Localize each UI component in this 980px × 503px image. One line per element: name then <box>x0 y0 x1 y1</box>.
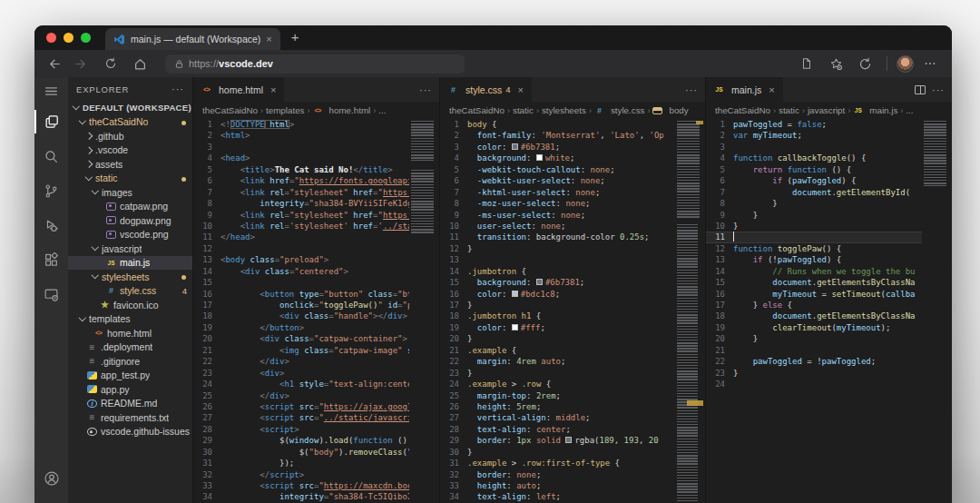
reload-icon[interactable] <box>98 57 123 70</box>
tree-item-vscode-png[interactable]: vscode.png <box>68 228 192 242</box>
breadcrumb-item-[interactable]: ... <box>378 105 386 115</box>
line-number: 2 <box>193 130 220 141</box>
breadcrumb-item-thecatsaidno[interactable]: theCatSaidNo <box>202 105 258 115</box>
breadcrumb-item-home-html[interactable]: <>home.html <box>312 105 370 115</box>
line-content: <div class="catpaw-container"> <box>220 333 439 344</box>
tree-item-vscode[interactable]: .vscode <box>68 143 192 158</box>
new-tab-button[interactable]: + <box>291 29 299 44</box>
browser-tab[interactable]: main.js — default (Workspace) × <box>105 28 280 50</box>
close-tab-icon[interactable]: × <box>266 34 271 44</box>
tree-item-deployment[interactable]: ≡.deployment <box>68 340 192 355</box>
tree-item-style-css[interactable]: #style.css4 <box>68 284 192 299</box>
line-number: 23 <box>706 368 733 379</box>
favorites-settings-icon[interactable] <box>823 57 848 71</box>
forward-icon[interactable] <box>67 57 93 71</box>
code-editor[interactable]: 1body {2 font-family: 'Montserrat', 'Lat… <box>440 119 705 503</box>
avatar[interactable] <box>897 55 914 73</box>
line-number: 8 <box>440 198 467 209</box>
minimap[interactable] <box>675 119 705 503</box>
line-number: 1 <box>193 119 220 130</box>
line-number: 29 <box>440 435 467 446</box>
breadcrumb-item-static[interactable]: static <box>779 105 799 115</box>
activitybar-menu-icon[interactable] <box>34 77 68 104</box>
code-editor[interactable]: 1pawToggled = false;2var myTimeout;34fun… <box>706 119 952 503</box>
more-actions-icon[interactable]: ··· <box>419 84 432 95</box>
explorer-tree: DEFAULT (WORKSPACE)theCatSaidNo.github.v… <box>68 101 192 503</box>
more-actions-icon[interactable]: ··· <box>932 84 945 95</box>
code-line: 16 <button type="button" class="btn <box>193 289 439 300</box>
activitybar-explorer-icon[interactable] <box>34 104 68 139</box>
line-number: 9 <box>193 210 220 221</box>
line-content: color: #6b7381; <box>467 142 705 153</box>
tree-item-app-test-py[interactable]: app_test.py <box>68 369 192 383</box>
url-host: vscode.dev <box>219 58 273 69</box>
tree-item-default-workspace[interactable]: DEFAULT (WORKSPACE) <box>68 101 192 115</box>
line-number: 32 <box>193 469 220 480</box>
breadcrumb-item-thecatsaidno[interactable]: theCatSaidNo <box>449 105 505 115</box>
tree-item-home-html[interactable]: <>home.html <box>68 326 192 340</box>
split-editor-icon[interactable] <box>915 85 926 94</box>
tree-item-gitignore[interactable]: ≡.gitignore <box>68 354 192 369</box>
css-icon: # <box>448 84 458 94</box>
close-tab-icon[interactable]: × <box>769 84 774 95</box>
code-line: 24 <h1 style="text-align:center" <box>193 379 439 390</box>
tree-item-main-js[interactable]: JSmain.js <box>68 256 192 271</box>
tree-item-requirements-txt[interactable]: ≡requirements.txt <box>68 410 192 425</box>
close-tab-icon[interactable]: × <box>518 84 524 95</box>
editor-tab-main-js[interactable]: JSmain.js× <box>706 77 783 102</box>
tree-item-templates[interactable]: templates <box>68 312 192 327</box>
tree-item-thecatsaidno[interactable]: theCatSaidNo <box>68 115 192 130</box>
tree-item-catpaw-png[interactable]: catpaw.png <box>68 200 192 214</box>
breadcrumb: theCatSaidNo›templates›<>home.html›... <box>193 102 439 119</box>
activitybar-source-control-icon[interactable] <box>34 173 68 208</box>
breadcrumb-item-main-js[interactable]: JSmain.js <box>853 105 897 115</box>
tree-item-label: images <box>102 187 132 198</box>
code-editor[interactable]: 1<!DOCTYPE html>2<html>34<head>5 <title>… <box>193 119 439 503</box>
tree-item-readme-md[interactable]: iREADME.md <box>68 397 192 411</box>
tree-item-dogpaw-png[interactable]: dogpaw.png <box>68 213 192 228</box>
browser-menu-icon[interactable] <box>917 57 943 70</box>
more-actions-icon[interactable]: ··· <box>685 84 698 95</box>
close-tab-icon[interactable]: × <box>270 84 276 95</box>
minimize-window-button[interactable] <box>64 33 74 43</box>
tree-item-javascript[interactable]: javascript <box>68 242 192 256</box>
code-line: 14 <div class="centered"> <box>193 266 439 277</box>
code-line: 14 // Runs when we toggle the bu <box>706 266 952 277</box>
breadcrumb-item-style-css[interactable]: #style.css <box>594 105 645 115</box>
breadcrumb-item-stylesheets[interactable]: stylesheets <box>542 105 586 115</box>
tree-item-static[interactable]: static <box>68 172 192 186</box>
breadcrumb-item-templates[interactable]: templates <box>266 105 304 115</box>
tree-item-github[interactable]: .github <box>68 129 192 143</box>
reading-mode-icon[interactable] <box>794 57 819 70</box>
url-bar[interactable]: https://vscode.dev <box>165 54 465 74</box>
explorer-more-icon[interactable]: ··· <box>172 84 184 94</box>
list-icon: ≡ <box>87 356 97 366</box>
tree-item-favicon-ico[interactable]: ★favicon.ico <box>68 298 192 312</box>
breadcrumb-item-body[interactable]: body <box>652 105 688 115</box>
breadcrumb-item-javascript[interactable]: javascript <box>808 105 845 115</box>
close-window-button[interactable] <box>46 33 56 43</box>
activitybar-account-icon[interactable] <box>34 461 68 496</box>
tree-item-stylesheets[interactable]: stylesheets <box>68 270 192 284</box>
activitybar-search-icon[interactable] <box>34 139 68 173</box>
profile-sync-icon[interactable] <box>852 57 877 71</box>
activitybar-extensions-icon[interactable] <box>34 242 68 277</box>
breadcrumb-item-static[interactable]: static <box>513 105 534 115</box>
editor-tab-home-html[interactable]: <>home.html× <box>193 77 284 102</box>
tree-item-assets[interactable]: assets <box>68 157 192 172</box>
tree-item-images[interactable]: images <box>68 185 192 200</box>
activitybar-run-debug-icon[interactable] <box>34 208 68 242</box>
tree-item-vscode-github-issues[interactable]: vscode.github-issues <box>68 425 192 439</box>
home-icon[interactable] <box>127 57 152 71</box>
activitybar-remote-explorer-icon[interactable] <box>34 277 68 311</box>
editor-tab-style-css[interactable]: #style.css4× <box>440 77 532 102</box>
back-icon[interactable] <box>42 57 67 71</box>
minimap[interactable] <box>409 119 439 503</box>
breadcrumb-item-thecatsaidno[interactable]: theCatSaidNo <box>715 105 770 115</box>
minimap[interactable] <box>922 119 952 503</box>
code-line: 4<head> <box>193 153 439 163</box>
zoom-window-button[interactable] <box>81 33 91 43</box>
breadcrumb-item-[interactable]: ... <box>906 105 913 115</box>
vscode-logo-icon <box>113 34 125 45</box>
tree-item-app-py[interactable]: app.py <box>68 382 192 397</box>
